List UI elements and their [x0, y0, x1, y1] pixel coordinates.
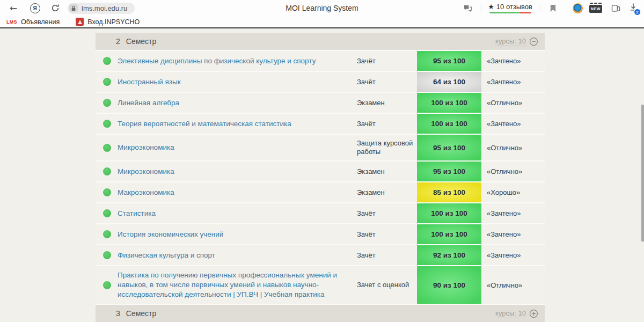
- bookmarks-bar: LMS Объявления Вход.INPSYCHO: [0, 16, 644, 27]
- score-cell: 100 из 100: [417, 93, 481, 113]
- bookmark-button[interactable]: [546, 2, 560, 14]
- lms-favicon: LMS: [6, 19, 17, 25]
- course-subject-link[interactable]: Микроэкономика: [118, 143, 174, 151]
- downloads-button[interactable]: 2: [629, 3, 638, 13]
- table-row: Линейная алгебра Экзамен 100 из 100 «Отл…: [96, 93, 545, 114]
- course-subject-link[interactable]: История экономических учений: [118, 230, 223, 238]
- bookmark-item-inpsycho[interactable]: Вход.INPSYCHO: [76, 18, 140, 26]
- assessment-type: Зачёт: [357, 205, 417, 222]
- status-dot-icon: [103, 99, 111, 107]
- divider: [481, 4, 481, 12]
- feedback-button[interactable]: [460, 2, 474, 14]
- inpsycho-favicon: [76, 18, 84, 26]
- semester-header: 2 Семестр курсы: 10: [96, 33, 545, 51]
- score-cell: 90 из 100: [417, 266, 481, 304]
- assessment-type: Зачёт: [357, 53, 417, 70]
- bookmark-label: Объявления: [21, 18, 60, 26]
- course-subject-link[interactable]: Статистика: [118, 209, 156, 217]
- extension-icon[interactable]: [573, 3, 583, 13]
- grade-text: «Зачтено»: [481, 230, 545, 238]
- reviews-button[interactable]: ★ 10 отзывов: [488, 3, 532, 13]
- score-cell: 95 из 100: [417, 51, 481, 71]
- course-subject-link[interactable]: Иностранный язык: [118, 78, 181, 86]
- back-arrow-icon: ←: [10, 4, 17, 13]
- grade-text: «Зачтено»: [481, 251, 545, 259]
- collapse-semester-button[interactable]: [529, 37, 538, 46]
- score-cell: 95 из 100: [417, 135, 481, 160]
- assessment-type: Защита курсовой работы: [357, 135, 417, 160]
- url-text: lms.moi.edu.ru: [82, 4, 127, 12]
- toolbar-right-icons: ★ 10 отзывов NEW 2: [456, 2, 638, 14]
- table-row: Иностранный язык Зачёт 64 из 100 «Зачтен…: [96, 72, 545, 93]
- gradebook-table: 2 Семестр курсы: 10 Элективные дисциплин…: [96, 33, 545, 322]
- reviews-rating-bar: [489, 12, 531, 13]
- courses-count-link[interactable]: курсы: 10: [495, 309, 526, 318]
- tab-groups-icon: [611, 4, 620, 12]
- bookmark-item-announcements[interactable]: LMS Объявления: [6, 18, 60, 26]
- course-subject-link[interactable]: Физическая культура и спорт: [118, 251, 215, 259]
- semester-label: Семестр: [126, 37, 157, 46]
- status-dot-icon: [103, 57, 111, 65]
- lock-icon: [69, 4, 78, 12]
- refresh-button[interactable]: [48, 2, 62, 14]
- course-rows: Элективные дисциплины по физической куль…: [96, 51, 545, 305]
- table-row: Физическая культура и спорт Зачёт 92 из …: [96, 245, 545, 266]
- bookmark-label: Вход.INPSYCHO: [87, 18, 140, 26]
- assessment-type: Зачёт: [357, 247, 417, 264]
- back-button[interactable]: ←: [6, 2, 20, 14]
- yandex-button[interactable]: Я: [28, 2, 42, 14]
- assessment-type: Зачет с оценкой: [357, 276, 417, 294]
- score-cell: 100 из 100: [417, 114, 481, 134]
- new-extension-icon[interactable]: NEW: [589, 5, 602, 13]
- grade-text: «Зачтено»: [481, 57, 545, 65]
- table-row: Макроэкономика Экзамен 85 из 100 «Хорошо…: [96, 182, 545, 203]
- assessment-type: Экзамен: [357, 94, 417, 112]
- scrollbar-thumb[interactable]: [641, 105, 644, 241]
- bookmark-flag-icon: [550, 4, 557, 12]
- grade-text: «Зачтено»: [481, 209, 545, 217]
- semester-number: 2: [116, 37, 120, 46]
- grade-text: «Отлично»: [481, 281, 545, 289]
- grade-text: «Отлично»: [481, 99, 545, 107]
- score-cell: 64 из 100: [417, 72, 481, 92]
- semester-number: 3: [116, 309, 120, 318]
- divider: [539, 4, 539, 12]
- table-row: История экономических учений Зачёт 100 и…: [96, 224, 545, 245]
- assessment-type: Экзамен: [357, 184, 417, 201]
- assessment-type: Зачёт: [357, 115, 417, 133]
- score-cell: 92 из 100: [417, 245, 481, 265]
- table-row: Микроэкономика Защита курсовой работы 95…: [96, 135, 545, 162]
- status-dot-icon: [103, 167, 111, 175]
- grade-text: «Отлично»: [481, 144, 545, 152]
- status-dot-icon: [103, 230, 111, 238]
- browser-toolbar: ← Я lms.moi.edu.ru MOI Learning System: [0, 0, 644, 16]
- course-subject-link[interactable]: Микроэкономика: [118, 167, 174, 175]
- course-subject-link[interactable]: Теория вероятностей и математическая ста…: [118, 120, 291, 128]
- status-dot-icon: [103, 209, 111, 217]
- tab-groups-button[interactable]: [609, 2, 623, 14]
- chrome-divider: [0, 27, 644, 28]
- circled-minus-icon: [529, 37, 538, 46]
- table-row: Элективные дисциплины по физической куль…: [96, 51, 545, 72]
- table-row: Практика по получению первичных професси…: [96, 266, 545, 305]
- address-bar[interactable]: lms.moi.edu.ru: [68, 3, 135, 14]
- download-count-badge: 2: [634, 9, 641, 16]
- assessment-type: Зачёт: [357, 226, 417, 243]
- circled-plus-icon: [529, 309, 538, 318]
- status-dot-icon: [103, 78, 111, 86]
- expand-semester-button[interactable]: [529, 309, 538, 318]
- star-icon: ★: [488, 3, 494, 11]
- assessment-type: Зачёт: [357, 74, 417, 91]
- grade-text: «Хорошо»: [481, 188, 545, 196]
- feedback-icon: [463, 4, 472, 12]
- grade-text: «Зачтено»: [481, 120, 545, 128]
- courses-count-link[interactable]: курсы: 10: [495, 37, 526, 46]
- status-dot-icon: [103, 188, 111, 196]
- score-cell: 100 из 100: [417, 203, 481, 223]
- status-dot-icon: [103, 281, 111, 289]
- course-subject-link[interactable]: Макроэкономика: [118, 188, 174, 196]
- semester-label: Семестр: [126, 309, 157, 318]
- course-subject-link[interactable]: Практика по получению первичных професси…: [118, 271, 337, 298]
- course-subject-link[interactable]: Линейная алгебра: [118, 99, 179, 107]
- course-subject-link[interactable]: Элективные дисциплины по физической куль…: [118, 57, 316, 65]
